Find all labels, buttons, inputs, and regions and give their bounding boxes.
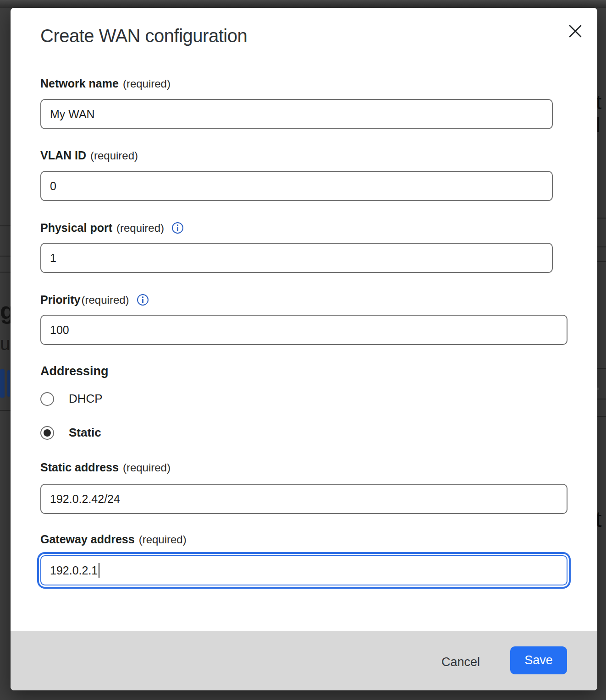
required-hint: (required) [82,294,129,306]
create-wan-configuration-dialog: Create WAN configuration Network name (r… [11,8,597,690]
priority-info-icon[interactable] [137,294,149,306]
addressing-option-dhcp[interactable]: DHCP [40,392,103,406]
addressing-heading: Addressing [40,364,109,378]
required-hint: (required) [123,461,171,474]
physical-port-label-row: Physical port (required) [40,221,184,235]
required-hint: (required) [139,533,187,546]
text-cursor [99,563,99,578]
close-icon [567,23,583,39]
background-row-line [597,368,606,369]
priority-label-row: Priority (required) [40,293,149,306]
background-row-line [597,246,606,247]
physical-port-label: Physical port [40,221,112,235]
radio-selected-icon [40,426,54,440]
gateway-address-label-row: Gateway address (required) [40,533,187,546]
physical-port-info-icon[interactable] [171,222,184,234]
network-name-label-row: Network name (required) [40,77,171,90]
static-option-label: Static [69,426,101,440]
background-row-line [597,399,606,399]
background-row-line [597,218,606,219]
addressing-option-static[interactable]: Static [40,426,101,440]
radio-unselected-icon [40,392,54,406]
cancel-button[interactable]: Cancel [437,653,485,671]
static-address-input[interactable] [40,484,567,514]
vlan-id-input[interactable] [40,171,553,201]
background-row-line [597,416,606,417]
priority-input[interactable] [40,315,567,345]
background-text-fragment: g [0,297,11,324]
static-address-label-row: Static address (required) [40,461,171,474]
required-hint: (required) [123,77,171,90]
background-text-fragment: t l [596,91,606,137]
vlan-id-label: VLAN ID [40,149,86,162]
dialog-title: Create WAN configuration [40,26,247,46]
network-name-input[interactable] [40,99,553,129]
background-button-fragment [0,369,5,398]
network-name-label: Network name [40,77,119,90]
save-button[interactable]: Save [510,646,567,674]
background-row-line [0,225,11,226]
physical-port-input[interactable] [40,243,553,273]
required-hint: (required) [116,222,164,235]
background-top-bar [0,0,606,8]
required-hint: (required) [90,149,138,162]
static-address-label: Static address [40,461,119,474]
background-row-line [0,272,11,273]
priority-label: Priority [40,293,81,306]
close-button[interactable] [566,22,584,40]
vlan-id-label-row: VLAN ID (required) [40,149,138,162]
gateway-address-input[interactable]: 192.0.2.1 [40,555,567,585]
background-row-line [597,261,606,262]
background-row-line [0,410,11,411]
background-button-fragment [7,370,10,397]
gateway-address-value: 192.0.2.1 [50,564,98,577]
dialog-footer [11,631,597,690]
background-row-line [0,256,11,257]
dhcp-option-label: DHCP [69,392,103,406]
gateway-address-label: Gateway address [40,533,135,546]
background-text-fragment: u [0,334,9,354]
